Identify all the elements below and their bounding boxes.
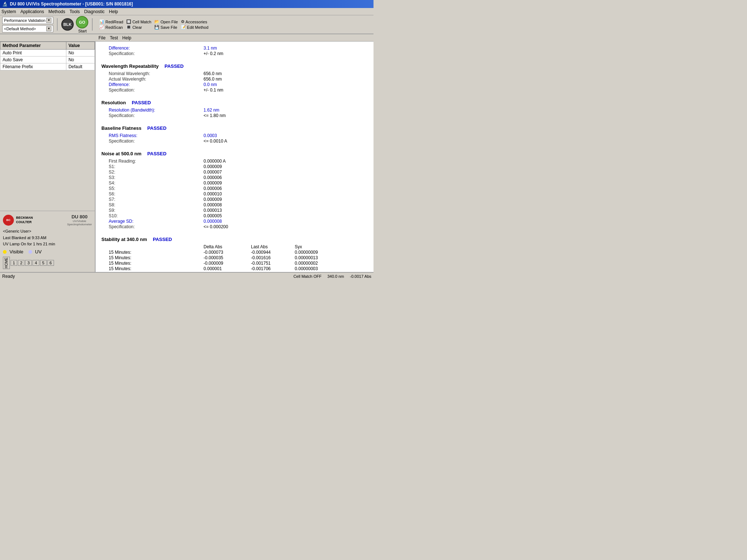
section-2-row-1-value: <= 0.0010 A xyxy=(204,139,227,144)
rediread-button[interactable]: 📊 RediRead xyxy=(99,19,123,24)
param-table: Method Parameter Value Auto PrintNoAuto … xyxy=(0,42,95,70)
validation-dropdown-arrow[interactable]: ▼ xyxy=(46,18,51,23)
section-3-row-7: S7:0.000009 xyxy=(101,197,368,202)
right-panel[interactable]: Difference: 3.1 nm Specification: +/- 0.… xyxy=(96,42,374,272)
cellmatch-icon: 🔲 xyxy=(126,19,131,24)
method-dropdown-arrow[interactable]: ▼ xyxy=(46,26,51,31)
clear-button[interactable]: 🔳 Clear xyxy=(126,25,151,30)
clear-icon: 🔳 xyxy=(126,25,131,30)
param-col-header: Method Parameter xyxy=(0,42,66,50)
stability-status: PASSED xyxy=(153,237,172,242)
stability-row-5: 60 Minutes:-0.000029-0.0017060.00001553 xyxy=(101,272,368,272)
section-3-row-2-label: S2: xyxy=(101,170,204,175)
section-1-row-0-label: Resolution (Bandwidth): xyxy=(101,108,204,113)
section-2-header: Baseline FlatnessPASSED xyxy=(101,122,368,132)
section-3-row-8-value: 0.000008 xyxy=(204,202,222,207)
section-2-name: Baseline Flatness xyxy=(101,125,142,131)
menu-help[interactable]: Help xyxy=(109,9,118,14)
param-value-cell: No xyxy=(66,57,94,63)
cell-6-button[interactable]: 6 xyxy=(47,260,54,266)
title-bar: 🔬 DU 800 UV/Vis Spectrophotometer - [USB… xyxy=(0,0,374,8)
left-bottom: BC BECKMAN COULTER DU 800 UV/Visible Spe… xyxy=(0,211,95,272)
beckman-brand: BECKMAN COULTER xyxy=(16,216,33,224)
visible-lamp-label: Visible xyxy=(9,249,23,254)
menu-tools[interactable]: Tools xyxy=(70,9,80,14)
sub-menu-bar: File Test Help xyxy=(0,34,374,42)
openfile-button[interactable]: 📂 Open File xyxy=(154,19,178,24)
section-0-row-0: Nominal Wavelength:656.0 nm xyxy=(101,71,368,76)
start-label: Start xyxy=(78,29,86,33)
stability-row-2-label: 15 Minutes: xyxy=(101,255,204,260)
cell-4-button[interactable]: 4 xyxy=(32,260,39,266)
rediread-icon: 📊 xyxy=(99,19,104,24)
cell-3-button[interactable]: 3 xyxy=(25,260,32,266)
sub-menu-test[interactable]: Test xyxy=(110,35,118,40)
section-3-row-1: S1:0.000009 xyxy=(101,164,368,169)
menu-applications[interactable]: Applications xyxy=(20,9,44,14)
home-button[interactable]: HOME xyxy=(3,257,10,269)
section-3-row-3: S3:0.000006 xyxy=(101,175,368,180)
validation-dropdown[interactable]: Performance Validation ▼ xyxy=(2,17,53,24)
section-3-row-9-value: 0.000013 xyxy=(204,208,222,213)
lamp-indicators: Visible UV xyxy=(3,249,92,254)
section-3-row-5-label: S5: xyxy=(101,186,204,191)
section-3-row-3-label: S3: xyxy=(101,175,204,180)
blk-button[interactable]: BLK xyxy=(61,18,74,31)
cellmatch-button[interactable]: 🔲 Cell Match xyxy=(126,19,151,24)
section-1-header: ResolutionPASSED xyxy=(101,96,368,106)
section-3-row-8-label: S8: xyxy=(101,202,204,207)
col-delta: Delta Abs xyxy=(204,244,251,249)
sub-menu-help[interactable]: Help xyxy=(122,35,131,40)
section-3-name: Noise at 500.0 nm xyxy=(101,151,142,156)
section-3-row-0-label: First Reading: xyxy=(101,159,204,164)
status-right: Cell Match OFF 340.0 nm -0.0017 Abs xyxy=(293,274,371,279)
section-3-row-5: S5:0.000006 xyxy=(101,186,368,191)
section-0-row-3-value: +/- 0.1 nm xyxy=(204,88,223,93)
section-3-row-12-value: <= 0.000200 xyxy=(204,224,228,229)
section-1-row-1-label: Specification: xyxy=(101,113,204,118)
toolbar-dropdowns: Performance Validation ▼ <Default Method… xyxy=(2,17,53,32)
section-0-row-1: Actual Wavelength:656.0 nm xyxy=(101,77,368,82)
go-button[interactable]: GO xyxy=(76,16,88,28)
cell-1-button[interactable]: 1 xyxy=(11,260,17,266)
menu-system[interactable]: System xyxy=(1,9,16,14)
param-name-cell: Filename Prefix xyxy=(0,63,66,70)
stability-row-5-syx: 0.00001553 xyxy=(295,272,338,272)
section-3-row-10-value: 0.000005 xyxy=(204,213,222,218)
savefile-button[interactable]: 💾 Save File xyxy=(154,25,178,30)
section-0-row-2: Difference:0.0 nm xyxy=(101,82,368,87)
menu-diagnostic[interactable]: Diagnostic xyxy=(84,9,105,14)
stability-row-4: 15 Minutes:0.000001-0.0017060.00000003 xyxy=(101,266,368,271)
section-2-row-1-label: Specification: xyxy=(101,139,204,144)
toolbar: Performance Validation ▼ <Default Method… xyxy=(0,15,374,34)
rediscan-button[interactable]: 📈 RediScan xyxy=(99,25,123,30)
param-value-cell: Default xyxy=(66,63,94,70)
section-1-row-1: Specification:<= 1.80 nm xyxy=(101,113,368,118)
menu-methods[interactable]: Methods xyxy=(49,9,65,14)
method-dropdown[interactable]: <Default Method> ▼ xyxy=(2,25,53,32)
sub-menu-file[interactable]: File xyxy=(98,35,105,40)
col-last: Last Abs xyxy=(251,244,295,249)
value-col-header: Value xyxy=(66,42,94,50)
param-table-row: Auto PrintNo xyxy=(0,50,95,57)
partial-spec-row: Specification: +/- 0.2 nm xyxy=(101,51,368,56)
stability-row-4-syx: 0.00000003 xyxy=(295,266,338,271)
cell-2-button[interactable]: 2 xyxy=(18,260,24,266)
accessories-button[interactable]: ⚙ Accessories xyxy=(181,19,209,24)
editmethod-button[interactable]: 📝 Edit Method xyxy=(181,25,209,30)
openfile-icon: 📂 xyxy=(154,19,159,24)
section-0-row-2-value: 0.0 nm xyxy=(204,82,217,87)
cell-5-button[interactable]: 5 xyxy=(40,260,47,266)
report-sections: Wavelength RepeatabilityPASSEDNominal Wa… xyxy=(101,60,368,229)
stability-row-4-last: -0.001706 xyxy=(251,266,295,271)
status-ready: Ready xyxy=(2,274,293,279)
partial-spec-label: Specification: xyxy=(101,51,204,56)
section-3-row-6: S6:0.000010 xyxy=(101,191,368,197)
stability-title: Stability at 340.0 nm xyxy=(101,237,147,242)
uv-lamp-label: UV xyxy=(35,249,42,254)
section-3-row-11: Average SD:0.000008 xyxy=(101,219,368,224)
partial-diff-label: Difference: xyxy=(101,46,204,51)
section-1-status: PASSED xyxy=(132,100,151,105)
visible-lamp-dot xyxy=(3,250,7,254)
section-3-status: PASSED xyxy=(147,151,167,156)
